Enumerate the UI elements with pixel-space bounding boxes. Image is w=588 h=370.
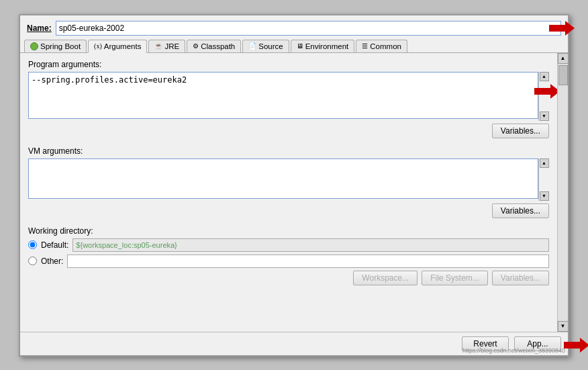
program-args-variables-row: Variables... bbox=[28, 124, 549, 138]
name-row: Name: bbox=[20, 15, 568, 40]
bottom-bar: Revert App... https://blog.csdn.net/weix… bbox=[20, 332, 568, 355]
vm-scroll-down-btn[interactable]: ▼ bbox=[540, 191, 549, 201]
tab-classpath[interactable]: ⚙ Classpath bbox=[187, 40, 241, 52]
program-args-textarea[interactable]: --spring.profiles.active=eureka2 bbox=[28, 72, 538, 119]
vm-args-scrollbar: ▲ ▼ bbox=[538, 158, 549, 201]
other-radio-row: Other: bbox=[28, 255, 549, 268]
filesystem-btn[interactable]: File System... bbox=[422, 271, 488, 285]
tab-classpath-label: Classpath bbox=[201, 42, 235, 50]
program-args-variables-btn[interactable]: Variables... bbox=[492, 124, 549, 138]
spring-boot-icon bbox=[30, 42, 38, 50]
working-dir-label: Working directory: bbox=[28, 226, 549, 236]
environment-icon: 🖥 bbox=[297, 42, 303, 50]
common-icon: ☰ bbox=[362, 42, 368, 50]
tab-jre[interactable]: ☕ JRE bbox=[148, 40, 185, 52]
program-args-wrapper: --spring.profiles.active=eureka2 ▲ ▼ bbox=[28, 72, 549, 121]
tab-spring-boot-label: Spring Boot bbox=[40, 42, 81, 50]
default-label: Default: bbox=[41, 240, 68, 250]
default-dir-input bbox=[72, 238, 549, 252]
svg-marker-1 bbox=[534, 84, 557, 99]
tab-environment-label: Environment bbox=[305, 42, 349, 50]
default-radio-row: Default: bbox=[28, 238, 549, 252]
arguments-icon: (x) bbox=[94, 42, 102, 50]
name-input[interactable] bbox=[56, 21, 561, 36]
vm-args-wrapper: ▲ ▼ bbox=[28, 158, 549, 201]
workspace-btn[interactable]: Workspace... bbox=[353, 271, 418, 285]
scroll-down-arrow[interactable]: ▼ bbox=[558, 321, 569, 332]
main-panel: Program arguments: --spring.profiles.act… bbox=[20, 53, 557, 332]
other-dir-input[interactable] bbox=[67, 255, 549, 268]
content-area: Program arguments: --spring.profiles.act… bbox=[20, 53, 568, 332]
tab-jre-label: JRE bbox=[164, 42, 179, 50]
launch-config-dialog: Name: Spring Boot (x) Arguments ☕ JRE ⚙ … bbox=[19, 14, 569, 357]
workspace-buttons: Workspace... File System... Variables... bbox=[28, 271, 549, 285]
tab-arguments-label: Arguments bbox=[104, 42, 142, 50]
vm-scroll-up-btn[interactable]: ▲ bbox=[540, 158, 549, 168]
other-label: Other: bbox=[41, 257, 63, 266]
default-radio[interactable] bbox=[28, 240, 37, 249]
tabs-bar: Spring Boot (x) Arguments ☕ JRE ⚙ Classp… bbox=[20, 40, 568, 53]
program-args-arrow bbox=[534, 84, 557, 99]
vm-args-variables-row: Variables... bbox=[28, 203, 549, 218]
svg-marker-0 bbox=[549, 21, 575, 36]
classpath-icon: ⚙ bbox=[193, 42, 199, 50]
working-dir-variables-btn[interactable]: Variables... bbox=[492, 271, 549, 285]
apply-arrow bbox=[564, 338, 588, 353]
vm-args-textarea[interactable] bbox=[28, 158, 538, 199]
program-args-label: Program arguments: bbox=[28, 60, 549, 69]
url-text: https://blog.csdn.net/weixin_38390840 bbox=[462, 347, 565, 354]
scroll-up-btn[interactable]: ▲ bbox=[540, 72, 549, 81]
vm-args-section: VM arguments: ▲ ▼ Variables... bbox=[28, 146, 549, 218]
source-icon: 📄 bbox=[248, 42, 256, 50]
svg-marker-2 bbox=[564, 338, 588, 353]
tab-common[interactable]: ☰ Common bbox=[356, 40, 407, 52]
tab-common-label: Common bbox=[370, 42, 401, 50]
working-dir-section: Working directory: Default: Other: Works… bbox=[28, 226, 549, 285]
other-radio[interactable] bbox=[28, 257, 37, 265]
scroll-up-arrow[interactable]: ▲ bbox=[558, 53, 569, 64]
vm-args-label: VM arguments: bbox=[28, 146, 549, 156]
tab-environment[interactable]: 🖥 Environment bbox=[291, 40, 355, 52]
tab-arguments[interactable]: (x) Arguments bbox=[88, 40, 147, 53]
tab-source[interactable]: 📄 Source bbox=[242, 40, 289, 52]
tab-source-label: Source bbox=[258, 42, 283, 50]
jre-icon: ☕ bbox=[154, 42, 162, 50]
scroll-down-btn[interactable]: ▼ bbox=[540, 111, 549, 121]
name-arrow-indicator bbox=[549, 21, 575, 36]
tab-spring-boot[interactable]: Spring Boot bbox=[24, 40, 87, 52]
name-label: Name: bbox=[27, 24, 52, 33]
vertical-scrollbar: ▲ ▼ bbox=[557, 53, 568, 332]
vm-args-variables-btn[interactable]: Variables... bbox=[492, 203, 549, 218]
scroll-thumb[interactable] bbox=[558, 65, 568, 85]
program-args-section: Program arguments: --spring.profiles.act… bbox=[28, 60, 549, 138]
